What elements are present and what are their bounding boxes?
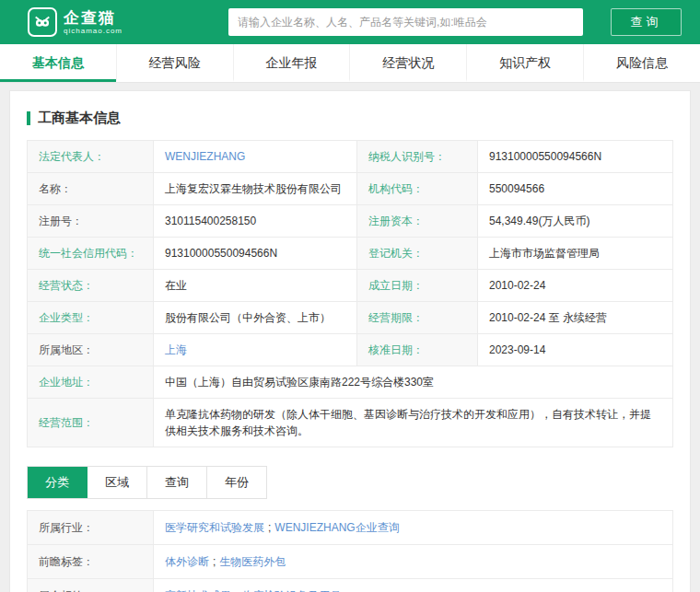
field-label: 核准日期： (357, 334, 478, 366)
tab-operating-status[interactable]: 经营状况 (349, 44, 466, 82)
exhibition-tags: 高新技术成果;临床检验设备及用品 (154, 579, 673, 592)
table-row: 企业地址： 中国（上海）自由贸易试验区康南路222号综合楼330室 (28, 366, 673, 399)
field-value: 550094566 (478, 173, 673, 205)
content-card: 工商基本信息 法定代表人： WENJIEZHANG 纳税人识别号： 913100… (9, 90, 691, 592)
region-link[interactable]: 上海 (165, 343, 187, 356)
app-header: 企查猫 qichamao.com 查询 (0, 0, 700, 44)
table-row: 经营范围： 单克隆抗体药物的研发（除人体干细胞、基因诊断与治疗技术的开发和应用）… (28, 399, 673, 447)
field-value: 上海市市场监督管理局 (478, 238, 673, 270)
industry-link[interactable]: 医学研究和试验发展 (165, 521, 264, 534)
field-label: 经营状态： (28, 270, 154, 302)
search-input[interactable] (228, 8, 583, 36)
section-header: 工商基本信息 (27, 110, 673, 127)
legal-representative-link[interactable]: WENJIEZHANG (165, 150, 245, 163)
field-label: 成立日期： (357, 270, 478, 302)
field-label: 所属地区： (28, 334, 154, 366)
field-value: 2023-09-14 (478, 334, 673, 366)
separator: ; (213, 555, 216, 568)
industry-tags: 医学研究和试验发展;WENJIEZHANG企业查询 (154, 511, 673, 545)
tab-risk-info[interactable]: 风险信息 (583, 44, 700, 82)
field-value: 54,349.49(万人民币) (478, 205, 673, 238)
field-label: 经营期限： (357, 302, 478, 334)
brand-logo[interactable]: 企查猫 qichamao.com (28, 7, 122, 37)
tags-table: 所属行业： 医学研究和试验发展;WENJIEZHANG企业查询 前瞻标签： 体外… (27, 510, 673, 592)
table-row: 经营状态： 在业 成立日期： 2010-02-24 (28, 270, 673, 302)
foresight-tags: 体外诊断;生物医药外包 (154, 545, 673, 579)
filter-tab-category[interactable]: 分类 (28, 467, 88, 498)
field-label: 企业类型： (28, 302, 154, 334)
tag-link[interactable]: 体外诊断 (165, 555, 209, 568)
tab-operating-risk[interactable]: 经营风险 (116, 44, 233, 82)
field-label: 名称： (28, 173, 154, 205)
business-info-table: 法定代表人： WENJIEZHANG 纳税人识别号： 9131000055009… (27, 140, 673, 447)
business-scope-value: 单克隆抗体药物的研发（除人体干细胞、基因诊断与治疗技术的开发和应用），自有技术转… (154, 399, 673, 447)
field-label: 经营范围： (28, 399, 154, 447)
field-value: 股份有限公司（中外合资、上市） (154, 302, 357, 334)
table-row: 前瞻标签： 体外诊断;生物医药外包 (28, 545, 673, 579)
search-button[interactable]: 查询 (611, 8, 682, 36)
filter-tab-query[interactable]: 查询 (147, 467, 207, 498)
table-row: 所属地区： 上海 核准日期： 2023-09-14 (28, 334, 673, 366)
field-label: 统一社会信用代码： (28, 238, 154, 270)
field-label: 前瞻标签： (28, 545, 154, 579)
table-row: 展会标签： 高新技术成果;临床检验设备及用品 (28, 579, 673, 592)
field-label: 法定代表人： (28, 141, 154, 173)
company-query-link[interactable]: WENJIEZHANG企业查询 (274, 521, 399, 534)
field-value: 91310000550094566N (478, 141, 673, 173)
tag-link[interactable]: 生物医药外包 (219, 555, 286, 568)
tab-basic-info[interactable]: 基本信息 (0, 44, 116, 82)
field-value: 在业 (154, 270, 357, 302)
table-row: 法定代表人： WENJIEZHANG 纳税人识别号： 9131000055009… (28, 141, 673, 173)
field-label: 所属行业： (28, 511, 154, 545)
table-row: 名称： 上海复宏汉霖生物技术股份有限公司 机构代码： 550094566 (28, 173, 673, 205)
field-label: 注册资本： (357, 205, 478, 238)
filter-tab-year[interactable]: 年份 (207, 467, 266, 498)
brand-domain: qichamao.com (64, 27, 122, 35)
tab-annual-report[interactable]: 企业年报 (233, 44, 350, 82)
table-row: 注册号： 310115400258150 注册资本： 54,349.49(万人民… (28, 205, 673, 238)
main-nav: 基本信息 经营风险 企业年报 经营状况 知识产权 风险信息 (0, 44, 700, 83)
owl-logo-icon (28, 7, 57, 37)
company-address-value: 中国（上海）自由贸易试验区康南路222号综合楼330室 (154, 366, 673, 399)
field-label: 企业地址： (28, 366, 154, 399)
field-label: 纳税人识别号： (357, 141, 478, 173)
separator: ; (268, 521, 271, 534)
filter-tab-region[interactable]: 区域 (88, 467, 147, 498)
field-label: 注册号： (28, 205, 154, 238)
brand-text: 企查猫 qichamao.com (64, 10, 122, 35)
tab-intellectual-property[interactable]: 知识产权 (466, 44, 583, 82)
section-accent-bar (27, 111, 30, 125)
field-value: WENJIEZHANG (154, 141, 357, 173)
field-value: 2010-02-24 (478, 270, 673, 302)
page-title: 工商基本信息 (38, 110, 121, 127)
field-label: 机构代码： (357, 173, 478, 205)
brand-name: 企查猫 (64, 10, 122, 27)
table-row: 统一社会信用代码： 91310000550094566N 登记机关： 上海市市场… (28, 238, 673, 270)
search-bar (228, 8, 583, 36)
field-label: 展会标签： (28, 579, 154, 592)
filter-tabs: 分类 区域 查询 年份 (27, 466, 267, 499)
field-value: 91310000550094566N (154, 238, 357, 270)
table-row: 所属行业： 医学研究和试验发展;WENJIEZHANG企业查询 (28, 511, 673, 545)
field-value: 上海 (154, 334, 357, 366)
field-value: 310115400258150 (154, 205, 357, 238)
field-label: 登记机关： (357, 238, 478, 270)
table-row: 企业类型： 股份有限公司（中外合资、上市） 经营期限： 2010-02-24 至… (28, 302, 673, 334)
company-name-value: 上海复宏汉霖生物技术股份有限公司 (154, 173, 357, 205)
field-value: 2010-02-24 至 永续经营 (478, 302, 673, 334)
